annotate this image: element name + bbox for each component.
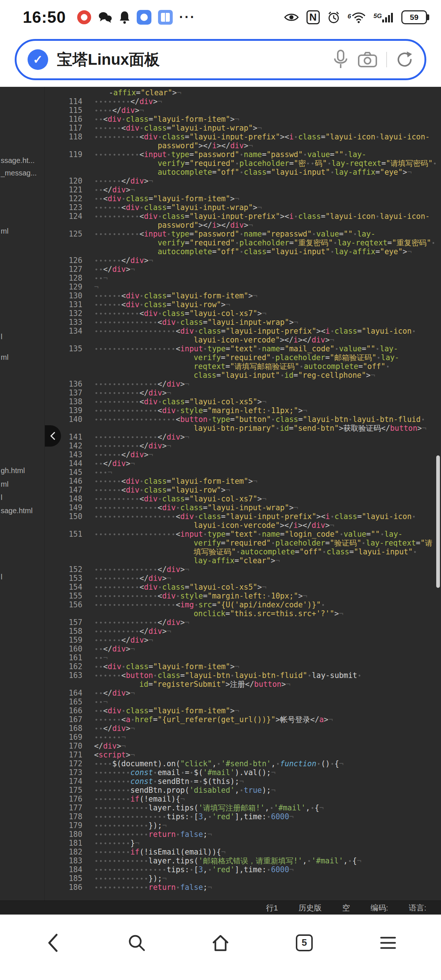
code-text[interactable]: <div class="layui-input-prefix"><i class… bbox=[94, 212, 435, 229]
code-text[interactable]: <div class="layui-form-item">¬ bbox=[94, 194, 435, 203]
code-line[interactable]: 185 });¬ bbox=[45, 874, 435, 883]
file-tree-item[interactable]: _messag... bbox=[1, 169, 37, 177]
search-query[interactable]: 宝塔Linux面板 bbox=[57, 49, 324, 70]
code-text[interactable]: <div class="layui-input-prefix"><i class… bbox=[94, 512, 435, 530]
code-line[interactable]: 125 <input type="password" name="repassw… bbox=[45, 229, 435, 256]
code-line[interactable]: 156 <img src="{U('api/index/code')}" onc… bbox=[45, 600, 435, 618]
code-line[interactable]: 176 if(!email){¬ bbox=[45, 795, 435, 803]
code-text[interactable]: return false;¬ bbox=[94, 883, 435, 892]
code-line[interactable]: 145 ¬ bbox=[45, 468, 435, 477]
code-text[interactable]: -affix="clear">¬ bbox=[94, 88, 435, 97]
code-text[interactable]: layer.tips('邮箱格式错误，请重新填写!', '#mail', {¬ bbox=[94, 856, 435, 865]
code-text[interactable]: <div class="layui-form-item">¬ bbox=[94, 477, 435, 485]
code-line[interactable]: 118 <div class="layui-input-prefix"><i c… bbox=[45, 132, 435, 150]
scrollbar-thumb[interactable] bbox=[436, 455, 440, 588]
code-text[interactable]: ¬ bbox=[94, 468, 435, 477]
code-text[interactable]: <div class="layui-input-wrap">¬ bbox=[94, 503, 435, 512]
code-text[interactable]: <script>¬ bbox=[94, 751, 435, 759]
code-line[interactable]: 170</div>¬ bbox=[45, 741, 435, 751]
code-text[interactable]: <img src="{U('api/index/code')}" onclick… bbox=[94, 600, 435, 618]
code-line[interactable]: 163 <button class="layui-btn layui-btn-f… bbox=[45, 671, 435, 689]
code-line[interactable]: 173 const email = $('#mail').val();¬ bbox=[45, 768, 435, 777]
code-line[interactable]: 142 </div>¬ bbox=[45, 441, 435, 450]
code-line[interactable]: 151 <input type="text" name="login_code"… bbox=[45, 530, 435, 565]
code-line[interactable]: 124 <div class="layui-input-prefix"><i c… bbox=[45, 212, 435, 229]
tabs-button[interactable]: 5 bbox=[290, 928, 319, 958]
file-tree-item[interactable]: gh.html bbox=[1, 466, 25, 475]
file-tree-item[interactable]: l bbox=[1, 493, 2, 502]
code-text[interactable]: return false;¬ bbox=[94, 830, 435, 839]
editor-status-item[interactable]: 编码: bbox=[370, 903, 388, 913]
code-text[interactable]: ¬ bbox=[94, 283, 435, 291]
code-line[interactable]: 134 <div class="layui-input-prefix"><i c… bbox=[45, 327, 435, 344]
code-text[interactable]: </div>¬ bbox=[94, 565, 435, 574]
code-line[interactable]: 154 <div class="layui-col-xs5">¬ bbox=[45, 583, 435, 592]
code-text[interactable]: if(!isEmail(email)){¬ bbox=[94, 848, 435, 856]
code-text[interactable]: </div>¬ bbox=[94, 574, 435, 583]
code-line[interactable]: -affix="clear">¬ bbox=[45, 88, 435, 97]
code-text[interactable]: });¬ bbox=[94, 874, 435, 883]
code-text[interactable]: </div>¬ bbox=[94, 618, 435, 627]
code-line[interactable]: 161 ¬ bbox=[45, 653, 435, 662]
code-line[interactable]: 184 tips: [3, 'red'],time: 6000¬ bbox=[45, 865, 435, 874]
address-bar[interactable]: ✓ 宝塔Linux面板 bbox=[15, 39, 426, 80]
code-line[interactable]: 153 </div>¬ bbox=[45, 574, 435, 583]
code-text[interactable]: </div>¬ bbox=[94, 627, 435, 636]
code-text[interactable]: </div>¬ bbox=[94, 433, 435, 441]
code-line[interactable]: 159 </div>¬ bbox=[45, 636, 435, 644]
code-line[interactable]: 178 tips: [3, 'red'],time: 6000¬ bbox=[45, 812, 435, 821]
code-text[interactable]: <div class="layui-col-xs5">¬ bbox=[94, 397, 435, 406]
code-line[interactable]: 164 </div>¬ bbox=[45, 689, 435, 697]
code-line[interactable]: 128 ¬ bbox=[45, 274, 435, 283]
code-line[interactable]: 136 </div>¬ bbox=[45, 380, 435, 388]
code-text[interactable]: </div>¬ bbox=[94, 256, 435, 265]
code-line[interactable]: 132 <div class="layui-col-xs7">¬ bbox=[45, 309, 435, 318]
code-line[interactable]: 148 <div class="layui-col-xs7">¬ bbox=[45, 495, 435, 503]
editor-status-item[interactable]: 行1 bbox=[266, 903, 278, 913]
search-button[interactable] bbox=[122, 928, 151, 958]
code-text[interactable]: <input type="text" name="mail_code" valu… bbox=[94, 344, 435, 380]
code-line[interactable]: 182 if(!isEmail(email)){¬ bbox=[45, 848, 435, 856]
code-text[interactable]: </div>¬ bbox=[94, 644, 435, 653]
code-line[interactable]: 171<script>¬ bbox=[45, 751, 435, 759]
camera-icon[interactable] bbox=[358, 51, 378, 68]
code-text[interactable]: </div>¬ bbox=[94, 689, 435, 697]
code-text[interactable]: });¬ bbox=[94, 821, 435, 830]
code-text[interactable]: <button type="button" class="layui-btn l… bbox=[94, 415, 435, 433]
code-text[interactable]: <div class="layui-col-xs7">¬ bbox=[94, 495, 435, 503]
code-text[interactable]: </div>¬ bbox=[94, 450, 435, 459]
code-line[interactable]: 186 return false;¬ bbox=[45, 883, 435, 892]
code-text[interactable]: $(document).on("click", '#send-btn', fun… bbox=[94, 759, 435, 768]
code-text[interactable]: <div class="layui-row">¬ bbox=[94, 300, 435, 309]
code-line[interactable]: 137 </div>¬ bbox=[45, 388, 435, 397]
code-text[interactable]: <div style="margin-left: 10px;">¬ bbox=[94, 592, 435, 600]
code-line[interactable]: 158 </div>¬ bbox=[45, 627, 435, 636]
code-line[interactable]: 150 <div class="layui-input-prefix"><i c… bbox=[45, 512, 435, 530]
code-line[interactable]: 149 <div class="layui-input-wrap">¬ bbox=[45, 503, 435, 512]
code-text[interactable]: <input type="password" name="repasswd" v… bbox=[94, 229, 435, 256]
file-tree-item[interactable]: ml bbox=[1, 480, 8, 488]
code-text[interactable]: const sendBtn = $(this);¬ bbox=[94, 777, 435, 786]
code-line[interactable]: 181 }¬ bbox=[45, 839, 435, 848]
code-line[interactable]: 144 </div>¬ bbox=[45, 459, 435, 468]
code-text[interactable]: <div class="layui-input-wrap">¬ bbox=[94, 203, 435, 212]
code-line[interactable]: 147 <div class="layui-row">¬ bbox=[45, 485, 435, 495]
code-text[interactable]: <div style="margin-left: 11px;">¬ bbox=[94, 406, 435, 415]
code-text[interactable]: <div class="layui-form-item">¬ bbox=[94, 706, 435, 715]
code-line[interactable]: 122 <div class="layui-form-item">¬ bbox=[45, 194, 435, 203]
refresh-icon[interactable] bbox=[396, 51, 414, 68]
code-text[interactable]: </div>¬ bbox=[94, 97, 435, 106]
code-line[interactable]: 127 </div>¬ bbox=[45, 265, 435, 274]
file-tree-item[interactable]: sage.html bbox=[1, 507, 33, 515]
menu-button[interactable] bbox=[373, 928, 403, 958]
code-line[interactable]: 177 layer.tips('请填写注册邮箱!', '#mail', {¬ bbox=[45, 803, 435, 812]
code-line[interactable]: 143 </div>¬ bbox=[45, 450, 435, 459]
code-text[interactable]: <div class="layui-row">¬ bbox=[94, 485, 435, 495]
code-text[interactable]: </div>¬ bbox=[94, 636, 435, 644]
editor-status-item[interactable]: 历史版 bbox=[298, 903, 322, 913]
code-text[interactable]: ¬ bbox=[94, 733, 435, 741]
code-line[interactable]: 129¬ bbox=[45, 283, 435, 291]
code-text[interactable]: <div class="layui-input-wrap">¬ bbox=[94, 318, 435, 327]
code-text[interactable]: <div class="layui-form-item">¬ bbox=[94, 662, 435, 671]
code-line[interactable]: 115 </div>¬ bbox=[45, 106, 435, 115]
